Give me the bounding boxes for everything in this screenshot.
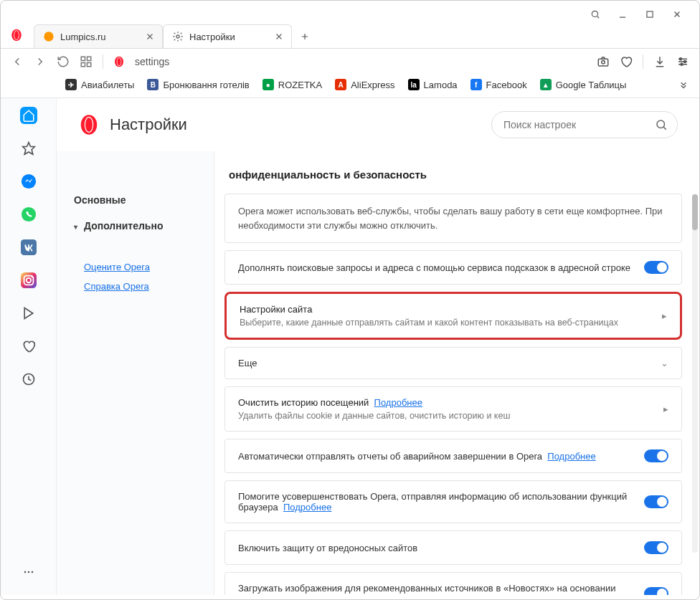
row-label: Загружать изображения для рекомендованны… [238, 583, 644, 595]
svg-point-31 [681, 63, 683, 65]
heart-icon[interactable] [620, 55, 633, 68]
svg-line-1 [597, 16, 600, 19]
row-clear-history[interactable]: Очистить историю посещений Подробнее Уда… [224, 386, 682, 432]
svg-point-12 [176, 35, 179, 38]
tab-title: Настройки [189, 32, 235, 42]
search-window-icon[interactable] [590, 9, 600, 19]
nav-help-opera[interactable]: Справка Opera [74, 277, 197, 296]
separator [103, 54, 103, 69]
forward-icon[interactable] [34, 55, 47, 68]
close-tab-icon[interactable] [274, 32, 284, 42]
back-icon[interactable] [11, 55, 24, 68]
svg-point-23 [117, 58, 120, 66]
toggle-crash-reports[interactable] [644, 449, 668, 462]
nav-basic[interactable]: Основные [74, 187, 197, 213]
settings-main: онфиденциальность и безопасность Opera м… [214, 151, 699, 595]
settings-nav: Основные Дополнительно Оцените Opera Спр… [57, 151, 214, 595]
nav-rate-opera[interactable]: Оцените Opera [74, 257, 197, 277]
settings-header: Настройки [57, 98, 699, 151]
maximize-icon[interactable] [645, 9, 655, 19]
sidebar-history-icon[interactable] [20, 371, 37, 388]
svg-point-43 [27, 571, 29, 573]
minimize-icon[interactable] [618, 9, 628, 19]
tab-settings[interactable]: Настройки [163, 24, 292, 48]
bookmark-aviabilety[interactable]: ✈Авиабилеты [65, 79, 134, 90]
bookmarks-overflow-icon[interactable] [678, 79, 689, 90]
snapshot-icon[interactable] [597, 55, 610, 68]
scrollbar[interactable] [692, 194, 698, 553]
bookmark-rozetka[interactable]: ●ROZETKA [262, 79, 322, 90]
nav-advanced[interactable]: Дополнительно [74, 213, 197, 239]
sidebar-bookmarks-icon[interactable] [20, 140, 37, 157]
svg-rect-24 [598, 59, 608, 66]
learn-more-link[interactable]: Подробнее [374, 397, 422, 408]
row-subtitle: Удалить файлы cookie и данные сайтов, оч… [238, 411, 663, 421]
scrollbar-thumb[interactable] [692, 194, 698, 230]
sidebar-vk-icon[interactable] [20, 239, 37, 256]
svg-point-8 [14, 31, 19, 39]
search-icon [655, 118, 668, 131]
svg-point-29 [680, 58, 682, 60]
bookmark-booking[interactable]: BБронювання готелів [147, 79, 249, 90]
row-label: Включить защиту от вредоносных сайтов [238, 543, 644, 553]
svg-point-25 [602, 61, 605, 65]
opera-menu-button[interactable] [6, 25, 27, 45]
new-tab-button[interactable] [296, 28, 313, 45]
toggle-news-images[interactable] [644, 587, 668, 595]
row-site-settings[interactable]: Настройки сайта Выберите, какие данные о… [224, 292, 682, 340]
chevron-right-icon: ▸ [663, 404, 668, 414]
svg-rect-17 [81, 57, 85, 60]
close-tab-icon[interactable] [145, 32, 155, 42]
download-icon[interactable] [653, 55, 666, 68]
sidebar-more-icon[interactable] [20, 563, 37, 581]
toggle-suggestions[interactable] [644, 261, 668, 274]
svg-point-9 [44, 32, 53, 41]
search-input[interactable] [491, 111, 678, 138]
section-privacy-title: онфиденциальность и безопасность [214, 151, 692, 186]
bookmark-facebook[interactable]: fFacebook [470, 79, 527, 90]
svg-marker-32 [22, 143, 34, 155]
row-malware-protection[interactable]: Включить защиту от вредоносных сайтов [224, 530, 682, 565]
left-sidebar [1, 98, 57, 595]
toggle-usage-stats[interactable] [644, 495, 668, 508]
settings-search[interactable] [491, 111, 678, 138]
svg-rect-20 [88, 63, 91, 67]
row-subtitle: Выберите, какие данные отправлять сайтам… [240, 318, 662, 328]
row-search-suggestions[interactable]: Дополнять поисковые запросы и адреса с п… [224, 250, 682, 285]
speed-dial-icon[interactable] [80, 55, 93, 68]
svg-point-42 [24, 571, 26, 573]
sidebar-instagram-icon[interactable] [20, 272, 37, 289]
learn-more-link[interactable]: Подробнее [283, 502, 331, 513]
bookmark-lamoda[interactable]: laLamoda [408, 79, 458, 90]
tab-lumpics[interactable]: Lumpics.ru [34, 24, 163, 48]
reload-icon[interactable] [57, 55, 70, 68]
gear-icon [172, 31, 184, 42]
address-text[interactable]: settings [135, 56, 169, 67]
tab-bar: Lumpics.ru Настройки [1, 22, 699, 48]
sidebar-home-icon[interactable] [20, 107, 37, 124]
row-crash-reports[interactable]: Автоматически отправлять отчеты об авари… [224, 439, 682, 473]
bookmark-aliexpress[interactable]: AAliExpress [335, 79, 394, 90]
chevron-down-icon: ⌄ [661, 358, 668, 368]
sidebar-whatsapp-icon[interactable] [20, 206, 37, 223]
svg-point-30 [684, 61, 686, 63]
svg-rect-18 [88, 57, 91, 60]
svg-point-39 [31, 276, 32, 277]
close-window-icon[interactable] [672, 9, 682, 19]
row-title: Очистить историю посещений [238, 397, 369, 408]
toggle-malware[interactable] [644, 541, 668, 554]
sidebar-personal-news-icon[interactable] [20, 338, 37, 355]
row-usage-stats[interactable]: Помогите усовершенствовать Opera, отправ… [224, 480, 682, 523]
learn-more-link[interactable]: Подробнее [547, 451, 595, 462]
row-news-images[interactable]: Загружать изображения для рекомендованны… [224, 572, 682, 595]
sidebar-flow-icon[interactable] [20, 305, 37, 322]
row-more[interactable]: Еще ⌄ [224, 347, 682, 379]
easy-setup-icon[interactable] [676, 55, 689, 68]
svg-point-48 [657, 120, 665, 128]
bookmark-gsheets[interactable]: ▲Google Таблицы [540, 79, 627, 90]
svg-point-44 [31, 571, 33, 573]
svg-point-0 [592, 11, 597, 16]
sidebar-messenger-icon[interactable] [20, 173, 37, 190]
page-title: Настройки [110, 115, 187, 134]
separator [643, 54, 643, 69]
